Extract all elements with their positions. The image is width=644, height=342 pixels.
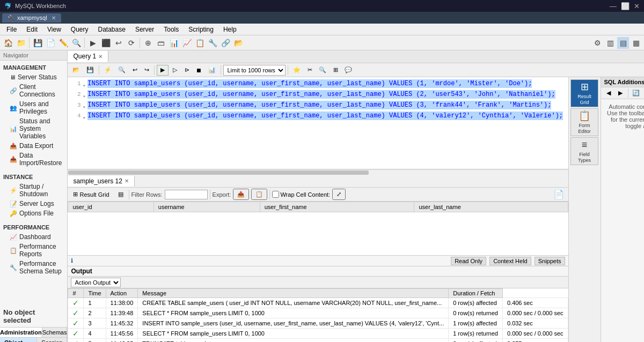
sql-bookmark-btn[interactable]: ⭐: [290, 65, 303, 76]
toolbar-settings[interactable]: ⚙: [591, 37, 603, 49]
minimize-btn[interactable]: —: [610, 2, 617, 10]
sidebar-item-dashboard[interactable]: 📈 Dashboard: [0, 232, 67, 242]
sidebar-item-status-vars[interactable]: 📊 Status and System Variables: [0, 116, 67, 141]
window-controls[interactable]: — ⬜ ✕: [610, 2, 640, 10]
sql-execute-sel-btn[interactable]: ▷: [170, 65, 180, 76]
toolbar-btn3[interactable]: 💾: [32, 37, 43, 49]
maximize-btn[interactable]: ⬜: [621, 2, 630, 10]
toolbar-btn12[interactable]: 🗃: [155, 37, 167, 49]
menu-query[interactable]: Query: [67, 25, 93, 34]
side-btn-field-types[interactable]: ≡ FieldTypes: [570, 137, 598, 165]
read-only-badge[interactable]: Read Only: [451, 257, 486, 265]
result-table: user_id username user_first_name user_la…: [68, 202, 568, 212]
result-grid-btn[interactable]: ⊞ Result Grid: [70, 190, 112, 199]
menu-database[interactable]: Database: [94, 25, 130, 34]
sql-find-btn[interactable]: 🔍: [316, 65, 329, 76]
result-tab-sample-users[interactable]: sample_users 12 ✕: [68, 176, 134, 187]
sidebar-item-startup[interactable]: ⚡ Startup / Shutdown: [0, 182, 67, 199]
sql-add-fwd-btn[interactable]: ▶: [615, 88, 626, 99]
sql-run-btn[interactable]: ⚡: [101, 65, 114, 76]
sidebar-item-perf-schema[interactable]: 🔧 Performance Schema Setup: [0, 259, 67, 276]
tab-object-info[interactable]: Object Info: [0, 338, 37, 342]
wrap-expand-btn[interactable]: ⤢: [332, 189, 346, 200]
sql-redo-btn[interactable]: ↪: [141, 65, 152, 76]
toolbar-layout1[interactable]: ▥: [604, 37, 616, 49]
sql-editor[interactable]: 1 ● INSERT INTO sample_users (user_id, u…: [68, 77, 568, 169]
toolbar-btn14[interactable]: 📈: [181, 37, 193, 49]
sql-format-btn[interactable]: ⊞: [330, 65, 341, 76]
context-held-badge[interactable]: Context Held: [489, 257, 531, 265]
result-tab-close[interactable]: ✕: [125, 178, 129, 184]
sql-snip-btn[interactable]: ✂: [304, 65, 315, 76]
toolbar-btn15[interactable]: 📋: [194, 37, 206, 49]
sql-open-btn[interactable]: 📂: [70, 65, 83, 76]
toolbar-btn2[interactable]: 📁: [15, 37, 27, 49]
toolbar-btn16[interactable]: 🔧: [207, 37, 218, 49]
toolbar-btn10[interactable]: ⟳: [126, 37, 137, 49]
connection-close[interactable]: ✕: [52, 15, 56, 21]
sidebar-item-users[interactable]: 👥 Users and Privileges: [0, 99, 67, 116]
toolbar-layout2[interactable]: ▤: [617, 37, 629, 49]
toolbar-btn8[interactable]: ⬛: [100, 37, 112, 49]
snippets-badge[interactable]: Snippets: [535, 257, 565, 265]
close-btn[interactable]: ✕: [634, 2, 640, 10]
wrap-cell-checkbox[interactable]: [272, 191, 279, 198]
tab-administration[interactable]: Administration: [0, 328, 42, 337]
query-tab-1[interactable]: Query 1 ✕: [68, 51, 108, 62]
toolbar-btn11[interactable]: ⊕: [142, 37, 154, 49]
sidebar-item-server-logs[interactable]: 📝 Server Logs: [0, 199, 67, 209]
menu-view[interactable]: View: [43, 25, 65, 34]
toolbar-btn5[interactable]: ✏️: [57, 37, 69, 49]
menu-file[interactable]: File: [2, 25, 21, 34]
sidebar-item-perf-reports[interactable]: 📋 Performance Reports: [0, 242, 67, 259]
result-page-icon[interactable]: 📄: [551, 188, 566, 200]
sidebar-item-data-export[interactable]: 📤 Data Export: [0, 141, 67, 151]
sidebar: Navigator MANAGEMENT 🖥 Server Status 🔗 C…: [0, 50, 68, 342]
limit-select[interactable]: Limit to 1000 rows: [223, 65, 286, 76]
query-tab-close[interactable]: ✕: [98, 54, 103, 60]
toolbar-btn13[interactable]: 📊: [168, 37, 180, 49]
sidebar-item-options-file[interactable]: 🔑 Options File: [0, 209, 67, 218]
toolbar-btn7[interactable]: ▶: [87, 37, 99, 49]
tab-session[interactable]: Session: [37, 338, 67, 342]
toolbar-btn9[interactable]: ↩: [113, 37, 125, 49]
menu-tools[interactable]: Tools: [159, 25, 183, 34]
toolbar-btn18[interactable]: 📂: [232, 37, 244, 49]
toolbar-new-connection[interactable]: 🏠: [2, 37, 14, 49]
sql-explain-btn[interactable]: 📊: [206, 65, 218, 76]
toolbar-btn6[interactable]: 🔍: [70, 37, 82, 49]
sql-execute-btn[interactable]: ▶: [157, 65, 169, 76]
menu-scripting[interactable]: Scripting: [184, 25, 218, 34]
sql-execute-line-btn[interactable]: ⊳: [181, 65, 192, 76]
sql-comment-btn[interactable]: 💬: [342, 65, 355, 76]
filter-rows-input[interactable]: [165, 190, 208, 199]
menu-help[interactable]: Help: [219, 25, 241, 34]
result-form-btn[interactable]: ▤: [115, 190, 127, 199]
sidebar-item-data-import[interactable]: 📥 Data Import/Restore: [0, 151, 67, 168]
wrap-cell-label[interactable]: Wrap Cell Content:: [272, 191, 330, 198]
out-cell-action: SELECT * FROM sample_users LIMIT 0, 1000: [138, 329, 449, 339]
toolbar-btn4[interactable]: 📄: [45, 37, 56, 49]
sql-save-btn[interactable]: 💾: [84, 65, 97, 76]
sql-add-refresh-btn[interactable]: 🔄: [630, 88, 641, 99]
toolbar-layout3[interactable]: ▦: [630, 37, 642, 49]
toolbar-btn17[interactable]: 🔗: [219, 37, 231, 49]
data-import-icon: 📥: [10, 156, 17, 163]
menu-edit[interactable]: Edit: [22, 25, 42, 34]
sidebar-item-server-status[interactable]: 🖥 Server Status: [0, 72, 67, 82]
sidebar-item-client-connections[interactable]: 🔗 Client Connections: [0, 82, 67, 99]
connection-tab[interactable]: 🔌 xampmysql ✕: [2, 13, 61, 23]
side-scroll-down[interactable]: ⌄: [579, 339, 590, 342]
export-btn[interactable]: 📤: [233, 189, 249, 200]
menu-server[interactable]: Server: [131, 25, 158, 34]
tab-schemas[interactable]: Schemas: [42, 328, 68, 337]
sql-stop-btn[interactable]: ⏹: [193, 65, 204, 76]
sql-search-btn[interactable]: 🔍: [115, 65, 128, 76]
export-btn2[interactable]: 📋: [251, 189, 267, 200]
side-btn-form-editor[interactable]: 📋 FormEditor: [570, 108, 598, 136]
editor-scrollbar[interactable]: [68, 169, 568, 175]
action-output-select[interactable]: Action Output: [71, 278, 121, 287]
sql-add-back-btn[interactable]: ◀: [603, 88, 614, 99]
side-btn-result-grid[interactable]: ⊞ ResultGrid: [570, 79, 598, 107]
sql-undo-btn[interactable]: ↩: [129, 65, 140, 76]
